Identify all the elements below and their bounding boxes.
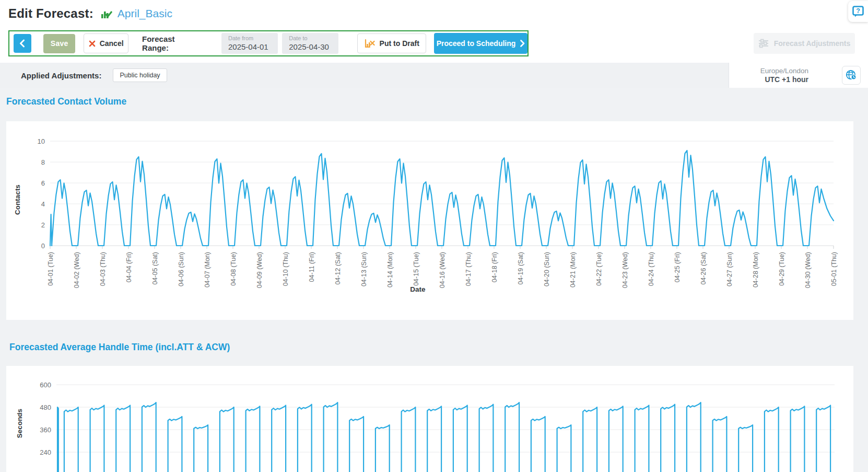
- svg-text:04-12 (Sat): 04-12 (Sat): [334, 252, 342, 285]
- svg-text:04-04 (Fri): 04-04 (Fri): [125, 252, 133, 282]
- svg-text:04-08 (Tue): 04-08 (Tue): [230, 252, 237, 286]
- chart-with-x-icon: [365, 39, 375, 48]
- svg-text:04-09 (Wed): 04-09 (Wed): [256, 252, 263, 288]
- save-button[interactable]: Save: [43, 34, 75, 53]
- svg-text:10: 10: [38, 137, 45, 145]
- svg-text:04-11 (Fri): 04-11 (Fri): [308, 252, 315, 282]
- svg-text:04-21 (Mon): 04-21 (Mon): [569, 252, 577, 287]
- adjustment-chip-public-holiday[interactable]: Public holiday: [113, 68, 167, 82]
- svg-text:04-30 (Wed): 04-30 (Wed): [804, 252, 812, 288]
- forecast-adjustments-button[interactable]: Forecast Adjustments: [754, 33, 855, 54]
- svg-text:Seconds: Seconds: [16, 409, 24, 438]
- svg-text:04-15 (Tue): 04-15 (Tue): [413, 252, 420, 286]
- back-button[interactable]: [14, 34, 31, 53]
- svg-text:480: 480: [40, 404, 51, 411]
- timezone-text: Europe/London UTC +1 hour: [760, 66, 808, 84]
- svg-text:05-01 (Thu): 05-01 (Thu): [830, 252, 838, 286]
- chevron-right-icon: [520, 40, 525, 47]
- chevron-left-icon: [19, 39, 26, 48]
- applied-adjustments-label: Applied Adjustments:: [21, 71, 101, 80]
- svg-text:04-22 (Tue): 04-22 (Tue): [595, 252, 603, 286]
- svg-text:04-03 (Thu): 04-03 (Thu): [99, 252, 107, 286]
- svg-text:Date: Date: [410, 285, 426, 293]
- svg-text:04-26 (Sat): 04-26 (Sat): [700, 252, 707, 285]
- sliders-icon: [758, 39, 769, 48]
- svg-text:600: 600: [40, 381, 51, 389]
- forecast-name-link[interactable]: April_Basic: [118, 7, 172, 20]
- forecast-adjustments-label: Forecast Adjustments: [774, 39, 851, 48]
- forecast-range-label: Forecast Range:: [142, 34, 201, 52]
- aht-chart[interactable]: 600480360240Seconds: [6, 366, 853, 472]
- toolbar: Save Cancel Forecast Range: Date from 20…: [8, 30, 529, 56]
- svg-text:04-19 (Sat): 04-19 (Sat): [517, 252, 524, 285]
- proceed-to-scheduling-button[interactable]: Proceed to Scheduling: [434, 33, 527, 54]
- date-from-label: Date from: [228, 35, 278, 42]
- put-to-draft-label: Put to Draft: [380, 39, 419, 48]
- svg-text:04-27 (Sun): 04-27 (Sun): [726, 252, 733, 286]
- svg-text:04-16 (Wed): 04-16 (Wed): [439, 252, 446, 288]
- svg-text:04-13 (Sun): 04-13 (Sun): [360, 252, 368, 286]
- timezone-offset: UTC +1 hour: [760, 75, 808, 84]
- svg-text:04-23 (Wed): 04-23 (Wed): [621, 252, 629, 288]
- content-area: Forecasted Contact Volume 024681004-01 (…: [0, 88, 868, 472]
- svg-text:04-06 (Sun): 04-06 (Sun): [178, 252, 185, 286]
- timezone-globe-button[interactable]: [842, 66, 861, 85]
- date-from-value: 2025-04-01: [228, 42, 278, 52]
- forecast-chart-check-icon: [101, 8, 112, 19]
- svg-text:?: ?: [856, 7, 860, 15]
- help-icon: ?: [852, 6, 864, 17]
- date-to-field[interactable]: Date to 2025-04-30: [282, 33, 338, 54]
- svg-text:4: 4: [41, 200, 45, 208]
- page-title: Edit Forecast:: [8, 6, 93, 21]
- globe-icon: [845, 69, 858, 82]
- x-mark-icon: [89, 40, 96, 47]
- applied-adjustments-bar: Applied Adjustments: Public holiday Euro…: [0, 63, 868, 88]
- svg-text:240: 240: [40, 448, 51, 456]
- svg-text:04-05 (Sat): 04-05 (Sat): [151, 252, 159, 285]
- proceed-label: Proceed to Scheduling: [437, 39, 516, 48]
- svg-text:04-24 (Thu): 04-24 (Thu): [648, 252, 655, 286]
- svg-text:360: 360: [40, 426, 51, 434]
- svg-text:Contacts: Contacts: [14, 185, 21, 215]
- cancel-label: Cancel: [100, 39, 124, 48]
- svg-text:04-28 (Mon): 04-28 (Mon): [752, 252, 759, 287]
- top-section: Edit Forecast: April_Basic ? Save Cancel: [0, 0, 868, 63]
- svg-text:04-18 (Fri): 04-18 (Fri): [491, 252, 498, 282]
- svg-text:6: 6: [41, 179, 45, 187]
- put-to-draft-button[interactable]: Put to Draft: [357, 33, 426, 53]
- svg-text:04-02 (Wed): 04-02 (Wed): [73, 252, 80, 288]
- svg-text:04-07 (Mon): 04-07 (Mon): [204, 252, 211, 287]
- svg-text:8: 8: [41, 158, 45, 166]
- svg-text:0: 0: [41, 242, 45, 250]
- contact-volume-chart[interactable]: 024681004-01 (Tue)04-02 (Wed)04-03 (Thu)…: [6, 121, 853, 320]
- svg-text:04-01 (Tue): 04-01 (Tue): [47, 252, 54, 286]
- help-card[interactable]: ?: [848, 1, 868, 22]
- svg-text:04-14 (Mon): 04-14 (Mon): [386, 252, 394, 287]
- aht-plot: 600480360240Seconds: [6, 366, 853, 472]
- date-to-label: Date to: [289, 35, 338, 42]
- svg-text:04-25 (Fri): 04-25 (Fri): [674, 252, 681, 282]
- svg-text:04-17 (Thu): 04-17 (Thu): [465, 252, 472, 286]
- svg-text:04-20 (Sun): 04-20 (Sun): [543, 252, 550, 286]
- timezone-block: Europe/London UTC +1 hour: [729, 63, 868, 88]
- svg-text:2: 2: [41, 221, 45, 229]
- cancel-button[interactable]: Cancel: [84, 33, 128, 53]
- contact-volume-plot: 024681004-01 (Tue)04-02 (Wed)04-03 (Thu)…: [6, 121, 853, 320]
- timezone-region: Europe/London: [760, 66, 808, 75]
- date-from-field[interactable]: Date from 2025-04-01: [221, 33, 278, 54]
- date-to-value: 2025-04-30: [289, 42, 338, 52]
- contact-volume-title: Forecasted Contact Volume: [6, 96, 126, 107]
- aht-title: Forecasted Average Handle Time (incl.ATT…: [9, 342, 230, 353]
- page-header: Edit Forecast: April_Basic: [8, 6, 172, 21]
- svg-text:04-29 (Tue): 04-29 (Tue): [778, 252, 785, 286]
- svg-text:04-10 (Thu): 04-10 (Thu): [282, 252, 289, 286]
